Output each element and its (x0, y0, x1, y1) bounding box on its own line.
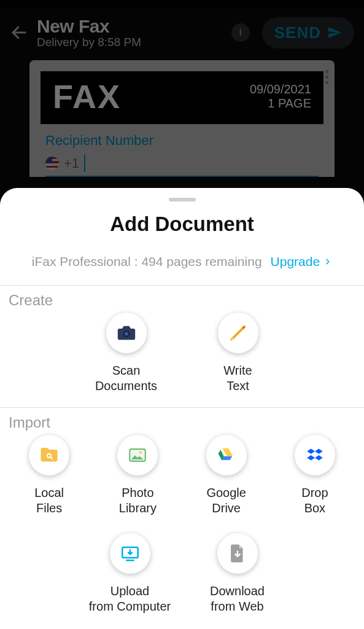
chevron-right-icon (323, 257, 332, 266)
google-drive-option[interactable]: Google Drive (190, 435, 263, 516)
file-download-icon (228, 543, 247, 564)
add-document-sheet: Add Document iFax Professional : 494 pag… (0, 188, 364, 629)
camera-icon (116, 322, 137, 343)
plan-remaining-label: iFax Professional : 494 pages remaining (32, 254, 262, 269)
dropbox-label: Drop Box (301, 485, 328, 516)
sheet-subtitle-row: iFax Professional : 494 pages remaining … (0, 254, 364, 269)
upload-from-computer-option[interactable]: Upload from Computer (84, 533, 176, 614)
scan-documents-label: Scan Documents (95, 363, 157, 394)
create-row: Scan Documents Write Text (0, 309, 364, 407)
pencil-icon (228, 322, 249, 343)
svg-point-2 (125, 332, 128, 336)
dropbox-option[interactable]: Drop Box (278, 435, 352, 516)
import-row-1: Local Files Photo Library Google Drive (0, 431, 364, 529)
svg-point-6 (139, 451, 142, 454)
upload-from-computer-label: Upload from Computer (89, 584, 171, 614)
write-text-option[interactable]: Write Text (201, 313, 275, 394)
write-text-label: Write Text (223, 363, 252, 394)
download-from-web-label: Download from Web (210, 584, 265, 614)
scan-documents-option[interactable]: Scan Documents (90, 313, 163, 394)
local-files-option[interactable]: Local Files (12, 435, 86, 516)
google-drive-label: Google Drive (206, 485, 246, 516)
folder-icon (38, 444, 60, 466)
photo-icon (127, 445, 148, 466)
local-files-label: Local Files (34, 485, 64, 516)
sheet-title: Add Document (0, 213, 364, 236)
upgrade-link-label: Upgrade (271, 254, 320, 269)
photo-library-option[interactable]: Photo Library (101, 435, 174, 516)
dropbox-icon (304, 445, 325, 466)
google-drive-icon (217, 445, 236, 465)
upgrade-link[interactable]: Upgrade (271, 254, 333, 269)
computer-download-icon (120, 543, 141, 564)
photo-library-label: Photo Library (119, 485, 157, 516)
sheet-grabber[interactable] (169, 198, 196, 201)
download-from-web-option[interactable]: Download from Web (195, 533, 281, 614)
import-section-label: Import (0, 408, 364, 431)
create-section-label: Create (0, 286, 364, 309)
import-row-2: Upload from Computer Download from Web (0, 529, 364, 620)
